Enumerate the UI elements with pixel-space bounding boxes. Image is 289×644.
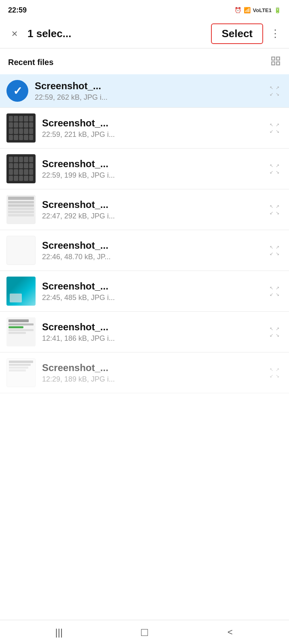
selection-count-title: 1 selec... bbox=[24, 27, 211, 40]
file-thumbnail bbox=[6, 317, 36, 346]
expand-button[interactable]: ↖ ↗ ↙ ↘ bbox=[266, 120, 283, 136]
section-header: Recent files bbox=[0, 48, 289, 74]
file-info: Screenshot_... 12:41, 186 kB, JPG i... bbox=[36, 321, 263, 343]
file-meta: 22:59, 199 kB, JPG i... bbox=[42, 171, 263, 180]
status-time: 22:59 bbox=[8, 6, 27, 15]
svg-rect-2 bbox=[272, 62, 275, 65]
thumbnail-content bbox=[6, 113, 36, 143]
file-thumbnail bbox=[6, 236, 36, 265]
file-name: Screenshot_... bbox=[42, 321, 263, 333]
file-thumbnail bbox=[6, 358, 36, 387]
file-name: Screenshot_... bbox=[42, 240, 263, 251]
file-info: Screenshot_... 22:45, 485 kB, JPG i... bbox=[36, 281, 263, 302]
file-meta: 12:41, 186 kB, JPG i... bbox=[42, 334, 263, 343]
file-name: Screenshot_... bbox=[35, 80, 263, 92]
wifi-icon: 📶 bbox=[244, 7, 251, 13]
svg-rect-0 bbox=[272, 57, 275, 60]
section-title: Recent files bbox=[8, 58, 53, 67]
list-item[interactable]: Screenshot_... 22:47, 292 kB, JPG i... ↖… bbox=[0, 189, 289, 230]
file-info: Screenshot_... 22:59, 221 kB, JPG i... bbox=[36, 117, 263, 139]
expand-button[interactable]: ↖ ↗ ↙ ↘ bbox=[266, 201, 283, 218]
nav-home-button[interactable]: □ bbox=[132, 622, 156, 642]
battery-icon2: 🔋 bbox=[274, 7, 281, 13]
file-thumbnail bbox=[6, 154, 36, 183]
more-options-button[interactable]: ⋮ bbox=[266, 25, 284, 43]
file-name: Screenshot_... bbox=[42, 281, 263, 292]
file-name: Screenshot_... bbox=[42, 362, 263, 373]
file-info: Screenshot_... 22:46, 48.70 kB, JP... bbox=[36, 240, 263, 261]
file-meta: 22:45, 485 kB, JPG i... bbox=[42, 294, 263, 302]
expand-button[interactable]: ↖ ↗ ↙ ↘ bbox=[266, 83, 283, 99]
file-info: Screenshot_... 22:59, 199 kB, JPG i... bbox=[36, 158, 263, 180]
select-button[interactable]: Select bbox=[211, 23, 263, 44]
expand-button[interactable]: ↖ ↗ ↙ ↘ bbox=[266, 161, 283, 177]
file-thumbnail-selected: ✓ bbox=[6, 80, 28, 102]
nav-back-button[interactable]: < bbox=[218, 622, 242, 642]
list-item[interactable]: Screenshot_... 12:41, 186 kB, JPG i... ↖… bbox=[0, 312, 289, 352]
file-list: ✓ Screenshot_... 22:59, 262 kB, JPG i...… bbox=[0, 74, 289, 393]
app-bar: × 1 selec... Select ⋮ bbox=[0, 19, 289, 48]
file-thumbnail bbox=[6, 277, 36, 306]
list-item[interactable]: Screenshot_... 12:29, 189 kB, JPG i... ↖… bbox=[0, 352, 289, 393]
expand-button[interactable]: ↖ ↗ ↙ ↘ bbox=[266, 283, 283, 299]
svg-rect-1 bbox=[276, 57, 280, 60]
file-meta: 22:59, 262 kB, JPG i... bbox=[35, 93, 263, 102]
checkmark-icon: ✓ bbox=[13, 84, 22, 98]
status-bar: 22:59 ⏰ 📶 VoLTE1 🔋 bbox=[0, 0, 289, 19]
svg-rect-3 bbox=[276, 62, 280, 65]
battery-icon: ⏰ bbox=[234, 7, 241, 13]
list-item[interactable]: Screenshot_... 22:59, 199 kB, JPG i... ↖… bbox=[0, 149, 289, 189]
nav-bar: ||| □ < bbox=[0, 620, 289, 644]
thumbnail-content bbox=[6, 154, 36, 183]
signal-icon: VoLTE1 bbox=[253, 7, 272, 13]
file-meta: 22:46, 48.70 kB, JP... bbox=[42, 253, 263, 261]
list-item[interactable]: Screenshot_... 22:59, 221 kB, JPG i... ↖… bbox=[0, 108, 289, 149]
file-name: Screenshot_... bbox=[42, 199, 263, 210]
file-meta: 22:59, 221 kB, JPG i... bbox=[42, 130, 263, 139]
file-info: Screenshot_... 22:47, 292 kB, JPG i... bbox=[36, 199, 263, 220]
list-item[interactable]: Screenshot_... 22:45, 485 kB, JPG i... ↖… bbox=[0, 271, 289, 312]
file-name: Screenshot_... bbox=[42, 117, 263, 129]
status-icons: ⏰ 📶 VoLTE1 🔋 bbox=[234, 7, 281, 13]
grid-view-icon[interactable] bbox=[270, 56, 281, 69]
file-thumbnail bbox=[6, 113, 36, 143]
list-item[interactable]: Screenshot_... 22:46, 48.70 kB, JP... ↖ … bbox=[0, 230, 289, 271]
expand-button[interactable]: ↖ ↗ ↙ ↘ bbox=[266, 365, 283, 381]
close-button[interactable]: × bbox=[5, 24, 24, 44]
file-info: Screenshot_... 22:59, 262 kB, JPG i... bbox=[28, 80, 263, 102]
list-item[interactable]: ✓ Screenshot_... 22:59, 262 kB, JPG i...… bbox=[0, 74, 289, 108]
file-name: Screenshot_... bbox=[42, 158, 263, 170]
nav-menu-button[interactable]: ||| bbox=[47, 622, 71, 642]
file-thumbnail bbox=[6, 195, 36, 224]
file-info: Screenshot_... 12:29, 189 kB, JPG i... bbox=[36, 362, 263, 384]
file-meta: 12:29, 189 kB, JPG i... bbox=[42, 375, 263, 384]
expand-button[interactable]: ↖ ↗ ↙ ↘ bbox=[266, 324, 283, 340]
expand-button[interactable]: ↖ ↗ ↙ ↘ bbox=[266, 242, 283, 258]
file-meta: 22:47, 292 kB, JPG i... bbox=[42, 212, 263, 220]
